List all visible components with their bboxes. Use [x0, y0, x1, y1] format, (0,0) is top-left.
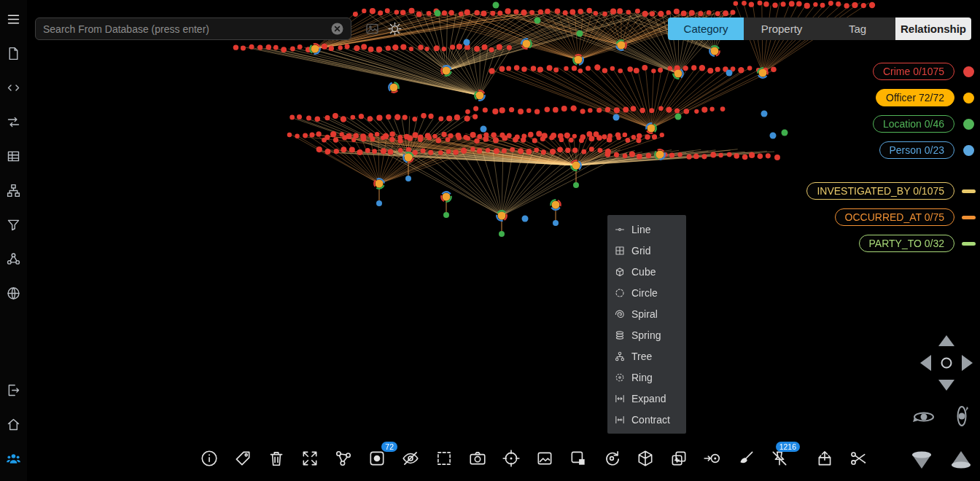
- search-bar: [35, 17, 351, 40]
- swap-arrows-icon[interactable]: [6, 114, 21, 130]
- eye-off-icon[interactable]: [401, 449, 420, 468]
- legend-occurred-at-pill[interactable]: OCCURRED_AT 0/75: [835, 208, 954, 226]
- trash-icon[interactable]: [267, 449, 286, 468]
- spring-layout-icon: [615, 330, 625, 340]
- legend-location[interactable]: Location 0/46: [806, 115, 976, 133]
- line-layout-icon: [615, 224, 625, 235]
- spiral-layout-icon: [615, 309, 625, 319]
- circle-layout-icon: [615, 288, 625, 298]
- label-count-icon[interactable]: 72: [368, 449, 386, 468]
- search-aux-icons: [365, 21, 402, 36]
- pan-center-ring: [942, 359, 952, 368]
- legend-party-to-pill[interactable]: PARTY_TO 0/32: [859, 235, 955, 252]
- sidebar: [0, 0, 27, 481]
- rotate-controls: [911, 405, 974, 427]
- menu-item-grid[interactable]: Grid: [607, 240, 686, 261]
- legend-crime-pill[interactable]: Crime 0/1075: [873, 63, 954, 80]
- image-overlay-icon[interactable]: [569, 449, 588, 468]
- investigated-by-dash: [962, 189, 976, 193]
- cone-down-icon[interactable]: [910, 449, 933, 471]
- subgraph-icon[interactable]: [334, 449, 353, 468]
- pin-off-icon[interactable]: 1216: [770, 449, 789, 468]
- image-mountain-icon[interactable]: [535, 449, 554, 468]
- legend-officer-pill[interactable]: Officer 72/72: [876, 89, 954, 106]
- view-tabs: Category Property Tag Relationship: [668, 17, 971, 40]
- cut-edges-icon[interactable]: [849, 449, 868, 468]
- info-icon[interactable]: [200, 449, 219, 468]
- search-input[interactable]: [43, 23, 331, 35]
- menu-item-spiral[interactable]: Spiral: [607, 303, 686, 324]
- home-icon[interactable]: [6, 417, 21, 432]
- globe-icon[interactable]: [6, 286, 21, 301]
- cube-layout-icon: [615, 267, 625, 277]
- contract-layout-icon: [615, 415, 625, 425]
- menu-item-circle[interactable]: Circle: [607, 282, 686, 303]
- menu-item-cube[interactable]: Cube: [607, 261, 686, 282]
- menu-item-spring[interactable]: Spring: [607, 324, 686, 345]
- export-box-icon[interactable]: [815, 449, 834, 468]
- officer-dot: [963, 93, 974, 103]
- grid-layout-icon: [615, 246, 625, 256]
- menu-icon[interactable]: [6, 12, 21, 27]
- cube-3d-icon[interactable]: [636, 449, 655, 468]
- marquee-select-icon[interactable]: [435, 449, 454, 468]
- legend-panel: Crime 0/1075 Officer 72/72 Location 0/46…: [806, 63, 976, 252]
- pan-up-arrow: [938, 335, 954, 346]
- hidden-count-badge: 1216: [776, 442, 800, 452]
- legend-investigated-by[interactable]: INVESTIGATED_BY 0/1075: [806, 182, 976, 200]
- bottom-toolbar: 72 1216: [200, 449, 868, 468]
- fullscreen-expand-icon[interactable]: [300, 449, 319, 468]
- code-icon[interactable]: [6, 80, 21, 95]
- legend-party-to[interactable]: PARTY_TO 0/32: [806, 235, 976, 252]
- legend-location-pill[interactable]: Location 0/46: [873, 115, 954, 133]
- crosshair-icon[interactable]: [502, 449, 521, 468]
- legend-officer[interactable]: Officer 72/72: [806, 89, 976, 106]
- tab-relationship[interactable]: Relationship: [895, 17, 971, 40]
- expand-layout-icon: [615, 394, 625, 404]
- menu-item-ring[interactable]: Ring: [607, 367, 686, 388]
- occurred-at-dash: [962, 216, 976, 219]
- crime-dot: [963, 66, 974, 77]
- clear-search-icon[interactable]: [331, 23, 343, 35]
- logout-icon[interactable]: [6, 383, 21, 398]
- tab-property[interactable]: Property: [744, 17, 820, 40]
- menu-item-line[interactable]: Line: [607, 219, 686, 240]
- tab-category[interactable]: Category: [668, 17, 744, 40]
- legend-person[interactable]: Person 0/23: [806, 141, 976, 159]
- label-count-badge: 72: [381, 442, 397, 452]
- gallery-icon[interactable]: [365, 21, 380, 36]
- menu-item-expand[interactable]: Expand: [607, 388, 686, 409]
- filter-icon[interactable]: [6, 217, 21, 232]
- table-icon[interactable]: [6, 149, 21, 164]
- legend-crime[interactable]: Crime 0/1075: [806, 63, 976, 80]
- menu-item-contract[interactable]: Contract: [607, 409, 686, 430]
- legend-investigated-by-pill[interactable]: INVESTIGATED_BY 0/1075: [806, 182, 954, 200]
- pan-left-arrow: [920, 355, 931, 371]
- party-to-dash: [962, 242, 976, 246]
- add-window-icon[interactable]: [669, 449, 688, 468]
- cluster-icon[interactable]: [6, 251, 21, 267]
- legend-person-pill[interactable]: Person 0/23: [879, 141, 955, 159]
- users-icon[interactable]: [6, 451, 21, 466]
- brush-icon[interactable]: [736, 449, 755, 468]
- cone-up-icon[interactable]: [949, 449, 973, 471]
- rotate-horizontal-icon[interactable]: [911, 405, 936, 427]
- rotate-vertical-icon[interactable]: [949, 405, 974, 427]
- focus-target-icon[interactable]: [703, 449, 722, 468]
- tab-tag[interactable]: Tag: [820, 17, 895, 40]
- location-dot: [963, 119, 974, 130]
- view-cone-controls: [910, 449, 973, 471]
- camera-icon[interactable]: [468, 449, 487, 468]
- menu-item-tree[interactable]: Tree: [607, 345, 686, 367]
- pan-right-arrow: [962, 355, 973, 371]
- relayout-cycle-icon[interactable]: [602, 449, 621, 468]
- ring-layout-icon: [615, 372, 625, 383]
- layout-menu: Line Grid Cube Circle Spiral Spring Tree…: [607, 215, 686, 434]
- tag-icon[interactable]: [233, 449, 252, 468]
- legend-occurred-at[interactable]: OCCURRED_AT 0/75: [806, 208, 976, 226]
- sitemap-icon[interactable]: [6, 183, 21, 198]
- person-dot: [963, 145, 974, 156]
- settings-gear-icon[interactable]: [387, 21, 402, 36]
- pan-dpad[interactable]: [919, 334, 974, 392]
- file-icon[interactable]: [6, 46, 21, 61]
